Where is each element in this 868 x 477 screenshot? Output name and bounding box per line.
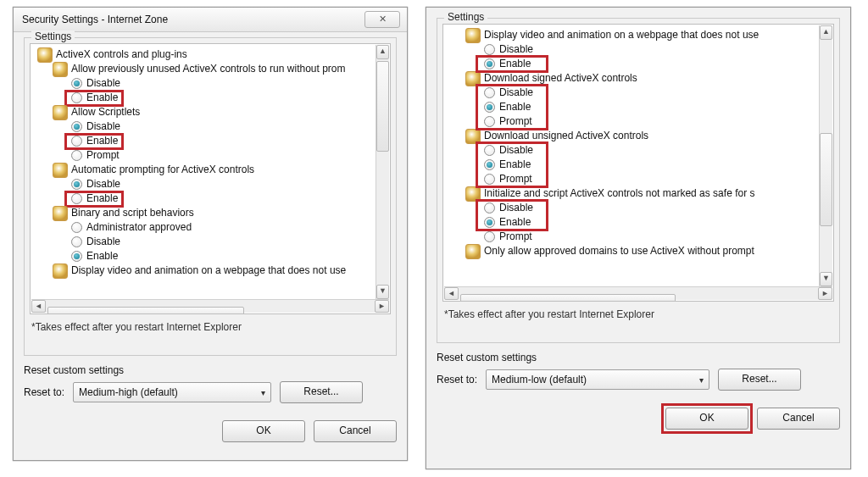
radio-icon[interactable] <box>71 193 82 204</box>
scroll-left-icon[interactable]: ◄ <box>31 300 46 313</box>
vertical-scrollbar[interactable]: ▲ ▼ <box>376 45 389 299</box>
settings-groupbox: Settings ActiveX controls and plug-insAl… <box>24 37 397 356</box>
reset-level-value: Medium-low (default) <box>492 374 587 385</box>
radio-icon[interactable] <box>71 222 82 233</box>
scroll-right-icon[interactable]: ► <box>375 300 389 313</box>
horizontal-scrollbar[interactable]: ◄ ► <box>444 286 832 300</box>
setting-icon <box>53 62 68 77</box>
radio-icon[interactable] <box>71 251 82 262</box>
radio-icon[interactable] <box>484 231 495 242</box>
dialog-title: Security Settings - Internet Zone <box>22 14 168 25</box>
radio-icon[interactable] <box>484 159 495 170</box>
tree-node-label: Automatic prompting for ActiveX controls <box>71 163 254 177</box>
settings-tree[interactable]: ActiveX controls and plug-insAllow previ… <box>30 43 391 314</box>
tree-radio-option[interactable]: Disable <box>34 235 388 249</box>
restart-note: *Takes effect after you restart Internet… <box>30 314 391 335</box>
scroll-up-icon[interactable]: ▲ <box>376 45 389 59</box>
stage: Security Settings - Internet Zone ✕ Sett… <box>5 5 861 469</box>
tree-node-label: Enable <box>499 100 531 114</box>
tree-node-label: Prompt <box>499 230 532 244</box>
tree-radio-option[interactable]: Disable <box>34 177 388 191</box>
tree-item: Allow Scriptlets <box>34 105 388 119</box>
scroll-thumb[interactable] <box>460 294 676 302</box>
chevron-down-icon: ▾ <box>699 375 704 385</box>
reset-button[interactable]: Reset... <box>280 381 363 403</box>
reset-level-value: Medium-high (default) <box>79 386 178 398</box>
scroll-down-icon[interactable]: ▼ <box>376 285 389 299</box>
tree-radio-option[interactable]: Prompt <box>447 172 832 186</box>
tree-node-label: Disable <box>499 42 533 57</box>
setting-icon <box>465 244 481 259</box>
category-icon <box>37 47 53 63</box>
vertical-scrollbar[interactable]: ▲ ▼ <box>819 25 832 286</box>
radio-icon[interactable] <box>484 217 495 228</box>
reset-to-label: Reset to: <box>437 374 477 385</box>
scroll-thumb[interactable] <box>820 133 832 226</box>
radio-icon[interactable] <box>71 179 82 190</box>
radio-icon[interactable] <box>71 92 82 103</box>
scroll-up-icon[interactable]: ▲ <box>820 25 832 40</box>
tree-radio-option[interactable]: Administrator approved <box>34 220 388 235</box>
radio-icon[interactable] <box>71 121 82 132</box>
tree-node-label: Enable <box>86 249 118 263</box>
tree-radio-option[interactable]: Disable <box>34 76 388 91</box>
radio-icon[interactable] <box>71 150 82 161</box>
radio-icon[interactable] <box>484 116 495 127</box>
setting-icon <box>53 206 68 221</box>
close-button[interactable]: ✕ <box>364 11 400 28</box>
radio-icon[interactable] <box>484 202 495 214</box>
tree-node-label: Enable <box>499 215 531 230</box>
settings-tree[interactable]: Display video and animation on a webpage… <box>442 24 834 302</box>
security-settings-dialog-left: Security Settings - Internet Zone ✕ Sett… <box>13 7 408 461</box>
titlebar[interactable]: Security Settings - Internet Zone ✕ <box>14 8 407 32</box>
tree-radio-option[interactable]: Enable <box>34 191 388 206</box>
ok-button[interactable]: OK <box>665 408 748 430</box>
setting-icon <box>465 129 481 144</box>
cancel-button[interactable]: Cancel <box>314 420 397 442</box>
tree-radio-option[interactable]: Enable <box>34 91 388 105</box>
scroll-left-icon[interactable]: ◄ <box>444 287 459 300</box>
radio-icon[interactable] <box>484 174 495 185</box>
radio-icon[interactable] <box>484 87 495 98</box>
horizontal-scrollbar[interactable]: ◄ ► <box>31 299 389 313</box>
radio-icon[interactable] <box>484 58 495 69</box>
tree-node-label: ActiveX controls and plug-ins <box>56 47 187 62</box>
cancel-button[interactable]: Cancel <box>757 408 840 430</box>
reset-level-combo[interactable]: Medium-high (default) ▾ <box>73 382 271 402</box>
scroll-right-icon[interactable]: ► <box>818 287 832 300</box>
tree-radio-option[interactable]: Disable <box>447 42 832 57</box>
tree-node-label: Disable <box>499 86 533 100</box>
ok-button[interactable]: OK <box>222 420 305 442</box>
radio-icon[interactable] <box>484 145 495 156</box>
radio-icon[interactable] <box>71 78 82 89</box>
tree-radio-option[interactable]: Enable <box>34 249 388 263</box>
radio-icon[interactable] <box>71 236 82 247</box>
tree-item: Allow previously unused ActiveX controls… <box>34 62 388 76</box>
tree-item: Automatic prompting for ActiveX controls <box>34 163 388 177</box>
reset-to-label: Reset to: <box>24 386 64 398</box>
scroll-thumb[interactable] <box>376 61 389 152</box>
radio-icon[interactable] <box>71 136 82 147</box>
tree-node-label: Disable <box>499 143 533 158</box>
tree-radio-option[interactable]: Disable <box>447 143 832 158</box>
tree-node-label: Download signed ActiveX controls <box>484 71 637 86</box>
tree-radio-option[interactable]: Prompt <box>447 230 832 244</box>
reset-button[interactable]: Reset... <box>718 369 801 391</box>
reset-level-combo[interactable]: Medium-low (default) ▾ <box>486 369 709 390</box>
setting-icon <box>53 163 68 178</box>
scroll-down-icon[interactable]: ▼ <box>820 272 832 286</box>
tree-radio-option[interactable]: Disable <box>34 119 388 134</box>
tree-radio-option[interactable]: Enable <box>447 100 832 114</box>
tree-radio-option[interactable]: Disable <box>447 86 832 100</box>
tree-radio-option[interactable]: Enable <box>447 158 832 172</box>
tree-radio-option[interactable]: Enable <box>447 57 832 71</box>
tree-node-label: Enable <box>86 191 118 206</box>
radio-icon[interactable] <box>484 102 495 113</box>
tree-radio-option[interactable]: Disable <box>447 201 832 215</box>
tree-radio-option[interactable]: Enable <box>447 215 832 230</box>
radio-icon[interactable] <box>484 44 495 55</box>
tree-radio-option[interactable]: Prompt <box>34 148 388 163</box>
scroll-thumb[interactable] <box>47 307 244 315</box>
tree-radio-option[interactable]: Prompt <box>447 114 832 129</box>
tree-radio-option[interactable]: Enable <box>34 134 388 148</box>
